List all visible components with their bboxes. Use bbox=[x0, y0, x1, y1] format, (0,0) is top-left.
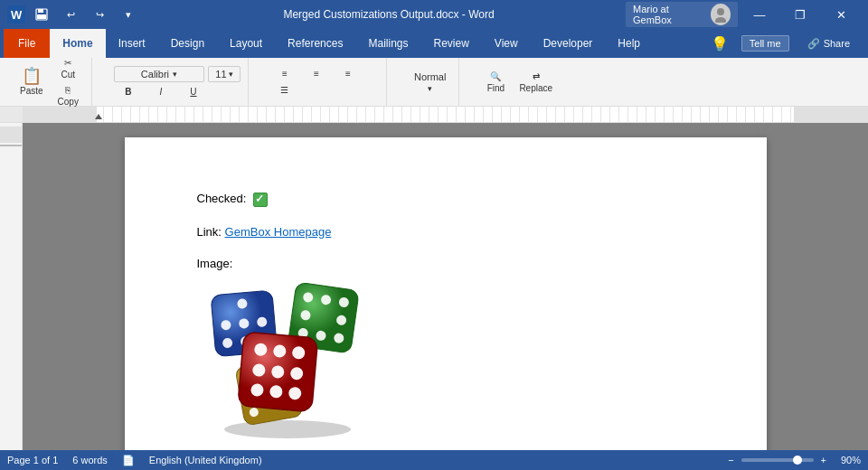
language: English (United Kingdom) bbox=[149, 455, 262, 465]
image-label: Image: bbox=[197, 257, 233, 270]
copy-button[interactable]: ⎘Copy bbox=[52, 83, 84, 108]
align-left-button[interactable]: ≡ bbox=[270, 67, 299, 80]
italic-button[interactable]: I bbox=[146, 85, 175, 99]
tab-design[interactable]: Design bbox=[158, 29, 217, 58]
titlebar: W ↩ ↪ ▾ Merged Customizations Output.doc… bbox=[0, 0, 868, 29]
customize-qat-button[interactable]: ▾ bbox=[116, 4, 141, 25]
user-info[interactable]: Mario at GemBox bbox=[626, 2, 738, 27]
bold-button[interactable]: B bbox=[114, 85, 143, 99]
svg-point-6 bbox=[715, 17, 726, 23]
word-icon: W bbox=[7, 5, 25, 24]
svg-rect-3 bbox=[38, 9, 43, 13]
share-button[interactable]: 🔗 Share bbox=[797, 34, 861, 53]
zoom-thumb bbox=[793, 456, 802, 465]
font-family-select[interactable]: Calibri▾ bbox=[114, 66, 204, 82]
editing-group: 🔍 Find ⇄ Replace bbox=[474, 58, 565, 106]
image-line: Image: bbox=[197, 257, 694, 443]
zoom-plus[interactable]: + bbox=[821, 455, 826, 465]
styles-group: Normal ▾ bbox=[401, 58, 459, 106]
tab-insert[interactable]: Insert bbox=[106, 29, 158, 58]
replace-button[interactable]: ⇄ Replace bbox=[514, 70, 558, 95]
page-info: Page 1 of 1 bbox=[7, 455, 58, 465]
align-center-button[interactable]: ≡ bbox=[302, 67, 331, 80]
zoom-minus[interactable]: − bbox=[728, 455, 733, 465]
ribbon-toolbar: 📋 Paste ✂Cut ⎘Copy Calibri▾ 11▾ B I U bbox=[0, 58, 868, 107]
tab-mailings[interactable]: Mailings bbox=[355, 29, 420, 58]
zoom-slider[interactable] bbox=[741, 458, 814, 462]
tab-developer[interactable]: Developer bbox=[531, 29, 606, 58]
ruler bbox=[0, 107, 868, 123]
cut-button[interactable]: ✂Cut bbox=[52, 56, 84, 81]
avatar bbox=[711, 4, 731, 25]
zoom-level[interactable]: 90% bbox=[834, 455, 861, 465]
checked-label: Checked: bbox=[197, 192, 247, 205]
titlebar-right: Mario at GemBox — ❐ ✕ bbox=[626, 0, 861, 29]
titlebar-left: W ↩ ↪ ▾ bbox=[7, 4, 152, 25]
find-button[interactable]: 🔍 Find bbox=[481, 70, 510, 95]
help-lightbulb[interactable]: 💡 bbox=[705, 33, 734, 54]
document-title: Merged Customizations Output.docx - Word bbox=[152, 8, 626, 21]
undo-button[interactable]: ↩ bbox=[58, 4, 83, 25]
restore-button[interactable]: ❐ bbox=[781, 0, 820, 29]
tab-references[interactable]: References bbox=[275, 29, 355, 58]
left-ruler bbox=[0, 123, 23, 450]
link-label: Link: bbox=[197, 225, 222, 239]
svg-text:W: W bbox=[11, 8, 23, 22]
tab-view[interactable]: View bbox=[482, 29, 531, 58]
statusbar: Page 1 of 1 6 words 📄 English (United Ki… bbox=[0, 450, 868, 470]
underline-button[interactable]: U bbox=[179, 85, 208, 99]
clipboard-group: 📋 Paste ✂Cut ⎘Copy bbox=[7, 58, 92, 106]
checkbox-checked-icon bbox=[253, 193, 268, 207]
checked-line: Checked: bbox=[197, 192, 694, 207]
paste-button[interactable]: 📋 Paste bbox=[14, 66, 49, 98]
tab-help[interactable]: Help bbox=[605, 29, 653, 58]
svg-point-5 bbox=[717, 8, 724, 15]
page: Checked: Link: GemBox Homepage Image: bbox=[125, 137, 767, 450]
tab-layout[interactable]: Layout bbox=[217, 29, 275, 58]
ribbon-tabs: File Home Insert Design Layout Reference… bbox=[0, 29, 868, 58]
statusbar-left: Page 1 of 1 6 words 📄 English (United Ki… bbox=[7, 455, 262, 466]
gembox-link[interactable]: GemBox Homepage bbox=[225, 225, 332, 239]
font-group: Calibri▾ 11▾ B I U bbox=[107, 58, 249, 106]
tab-home[interactable]: Home bbox=[50, 29, 105, 58]
svg-rect-4 bbox=[37, 14, 46, 19]
styles-gallery[interactable]: Normal ▾ bbox=[409, 70, 451, 95]
tell-me-label: Tell me bbox=[750, 38, 781, 49]
bullets-button[interactable]: ☰ bbox=[270, 83, 299, 97]
proofing-icon: 📄 bbox=[122, 455, 135, 466]
align-right-button[interactable]: ≡ bbox=[334, 67, 363, 80]
paragraph-group: ≡ ≡ ≡ ☰ bbox=[263, 58, 387, 106]
statusbar-right: − + 90% bbox=[728, 455, 861, 465]
minimize-button[interactable]: — bbox=[740, 0, 778, 29]
user-name: Mario at GemBox bbox=[633, 4, 705, 25]
link-line: Link: GemBox Homepage bbox=[197, 225, 694, 239]
word-count: 6 words bbox=[72, 455, 108, 465]
main-area: Checked: Link: GemBox Homepage Image: bbox=[0, 123, 868, 450]
tell-me-input[interactable]: Tell me bbox=[741, 35, 789, 52]
tab-file[interactable]: File bbox=[4, 29, 50, 58]
svg-point-7 bbox=[224, 420, 351, 438]
close-button[interactable]: ✕ bbox=[822, 0, 861, 29]
redo-button[interactable]: ↪ bbox=[87, 4, 112, 25]
dice-image bbox=[197, 277, 369, 440]
tab-review[interactable]: Review bbox=[420, 29, 481, 58]
save-button[interactable] bbox=[29, 4, 54, 25]
doc-area[interactable]: Checked: Link: GemBox Homepage Image: bbox=[23, 123, 868, 450]
font-size-select[interactable]: 11▾ bbox=[208, 66, 241, 82]
